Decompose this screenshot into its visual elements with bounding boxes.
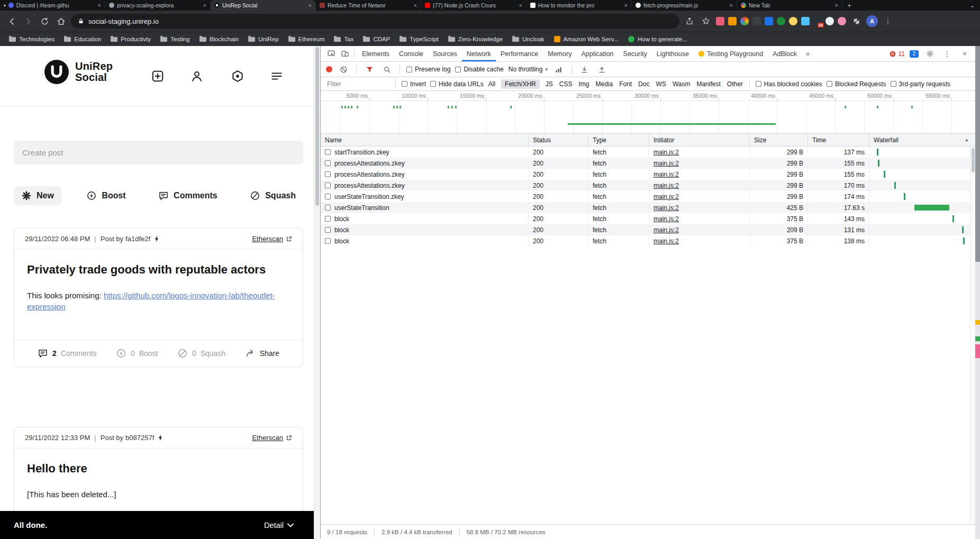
bookmark-item[interactable]: TypeScript xyxy=(396,36,442,42)
request-checkbox[interactable] xyxy=(325,149,331,155)
browser-menu-icon[interactable]: ⋮ xyxy=(882,15,894,28)
checkbox-icon[interactable] xyxy=(430,81,436,87)
bookmark-item[interactable]: Uncloak xyxy=(509,36,548,42)
table-row[interactable]: block200fetchmain.js:2209 B131 ms xyxy=(321,224,975,235)
browser-tab[interactable]: fetch-progress/main.js× xyxy=(632,0,737,11)
bookmark-item[interactable]: Productivty xyxy=(107,36,155,42)
third-party-checkbox[interactable]: 3rd-party requests xyxy=(891,80,950,88)
filter-tab-new[interactable]: New xyxy=(14,186,61,205)
browser-tab[interactable]: Reduce Time of Networ× xyxy=(316,0,421,11)
request-name-cell[interactable]: startTransition.zkey xyxy=(321,147,529,158)
extension-icon[interactable] xyxy=(752,17,761,25)
bookmark-star-icon[interactable] xyxy=(700,15,712,28)
create-post-box[interactable]: Create post xyxy=(14,141,303,165)
network-filter-input[interactable] xyxy=(326,80,389,88)
request-type-filter[interactable]: Media xyxy=(595,79,613,89)
squash-button[interactable]: 0 Squash xyxy=(177,348,225,359)
extension-icon[interactable] xyxy=(728,17,737,25)
back-button[interactable] xyxy=(5,15,18,28)
app-scrollbar[interactable] xyxy=(314,46,320,539)
browser-tab[interactable]: •Discord | #team-githu× xyxy=(0,0,105,11)
bookmark-item[interactable]: How to generate... xyxy=(624,36,691,42)
request-type-filter[interactable]: WS xyxy=(656,79,667,89)
column-header-status[interactable]: Status xyxy=(529,134,588,146)
request-initiator-link[interactable]: main.js:2 xyxy=(649,180,750,191)
devtools-tab-memory[interactable]: Memory xyxy=(543,46,576,61)
blocked-requests-checkbox[interactable]: Blocked Requests xyxy=(827,80,886,88)
extension-icon[interactable] xyxy=(825,17,834,25)
request-initiator-link[interactable]: main.js:2 xyxy=(649,191,750,202)
network-overview[interactable] xyxy=(321,101,975,134)
request-initiator-link[interactable]: main.js:2 xyxy=(649,224,750,235)
checkbox-icon[interactable] xyxy=(827,81,832,87)
request-type-filter[interactable]: CSS xyxy=(559,79,573,89)
extension-icon[interactable] xyxy=(765,17,773,25)
checkbox-icon[interactable] xyxy=(406,67,412,72)
menu-icon[interactable] xyxy=(270,69,284,83)
devtools-settings-icon[interactable] xyxy=(923,48,936,60)
request-initiator-link[interactable]: main.js:2 xyxy=(649,202,750,213)
request-type-filter[interactable]: JS xyxy=(545,79,553,89)
request-initiator-link[interactable]: main.js:2 xyxy=(649,147,750,158)
table-row[interactable]: userStateTransition.zkey200fetchmain.js:… xyxy=(321,191,975,202)
devtools-tab-application[interactable]: Application xyxy=(576,46,618,61)
forward-button[interactable] xyxy=(22,15,34,28)
table-row[interactable]: startTransition.zkey200fetchmain.js:2299… xyxy=(321,147,975,158)
request-checkbox[interactable] xyxy=(325,171,331,177)
browser-tab[interactable]: How to monitor the pro× xyxy=(527,0,632,11)
unirep-logo[interactable]: UniRep Social xyxy=(44,60,113,84)
request-type-filter[interactable]: All xyxy=(488,79,496,89)
create-post-icon[interactable] xyxy=(151,69,165,83)
request-name-cell[interactable]: block xyxy=(321,213,529,224)
browser-tab[interactable]: UniRep Social× xyxy=(211,0,316,11)
devtools-tab-performance[interactable]: Performance xyxy=(496,46,543,61)
boost-button[interactable]: 0 Boost xyxy=(116,348,158,359)
etherscan-link[interactable]: Etherscan xyxy=(252,434,292,442)
window-scrollbar[interactable] xyxy=(975,46,980,539)
request-initiator-link[interactable]: main.js:2 xyxy=(649,213,750,224)
profile-avatar[interactable]: A xyxy=(866,15,878,27)
table-row[interactable]: processAttestations.zkey200fetchmain.js:… xyxy=(321,158,975,169)
request-name-cell[interactable]: userStateTransition xyxy=(321,202,529,213)
bookmark-item[interactable]: Education xyxy=(60,36,105,42)
extension-icon[interactable] xyxy=(838,17,846,25)
extension-icon[interactable]: 10 xyxy=(813,17,822,25)
filter-tab-comments[interactable]: Comments xyxy=(151,186,225,205)
column-header-initiator[interactable]: Initiator xyxy=(649,134,750,146)
bookmark-item[interactable]: UniRep xyxy=(244,36,282,42)
tab-close-icon[interactable]: × xyxy=(307,2,312,8)
request-checkbox[interactable] xyxy=(325,227,331,233)
tab-close-icon[interactable]: × xyxy=(834,2,838,8)
request-checkbox[interactable] xyxy=(325,160,331,166)
devtools-tab-security[interactable]: Security xyxy=(619,46,652,61)
search-icon[interactable] xyxy=(380,63,393,75)
request-type-filter[interactable]: Font xyxy=(619,79,632,89)
post-card[interactable]: 29/11/2022 06:48 PM | Post by fa1dfe2f E… xyxy=(14,228,303,367)
scrollbar-thumb[interactable] xyxy=(972,148,975,172)
checkbox-icon[interactable] xyxy=(891,81,896,87)
request-name-cell[interactable]: processAttestations.zkey xyxy=(321,169,529,180)
tab-close-icon[interactable]: × xyxy=(623,2,628,8)
bookmark-item[interactable]: Amazon Web Serv... xyxy=(550,36,622,42)
home-button[interactable] xyxy=(55,15,67,28)
throttling-select[interactable]: No throttling▾ xyxy=(509,66,548,73)
request-type-filter[interactable]: Doc xyxy=(638,79,650,89)
request-name-cell[interactable]: block xyxy=(321,235,529,246)
devtools-scrollbar[interactable] xyxy=(970,147,975,524)
devtools-menu-icon[interactable]: ⋮ xyxy=(941,48,954,60)
new-tab-button[interactable]: + xyxy=(842,0,856,11)
request-initiator-link[interactable]: main.js:2 xyxy=(649,169,750,180)
address-bar[interactable]: social-staging.unirep.io xyxy=(71,14,679,29)
request-name-cell[interactable]: userStateTransition.zkey xyxy=(321,191,529,202)
table-row[interactable]: block200fetchmain.js:2375 B143 ms xyxy=(321,213,975,224)
checkbox-icon[interactable] xyxy=(402,81,407,87)
user-icon[interactable] xyxy=(190,69,204,83)
devtools-tab-elements[interactable]: Elements xyxy=(357,46,394,61)
network-conditions-icon[interactable] xyxy=(552,63,565,75)
bookmark-item[interactable]: Technologies xyxy=(5,36,58,42)
comments-button[interactable]: 2 Comments xyxy=(38,348,96,359)
extension-icon[interactable] xyxy=(789,17,797,25)
invert-checkbox[interactable]: Invert xyxy=(402,80,426,88)
devtools-tab-adblock[interactable]: AdBlock xyxy=(768,46,802,61)
request-type-filter[interactable]: Other xyxy=(727,79,743,89)
